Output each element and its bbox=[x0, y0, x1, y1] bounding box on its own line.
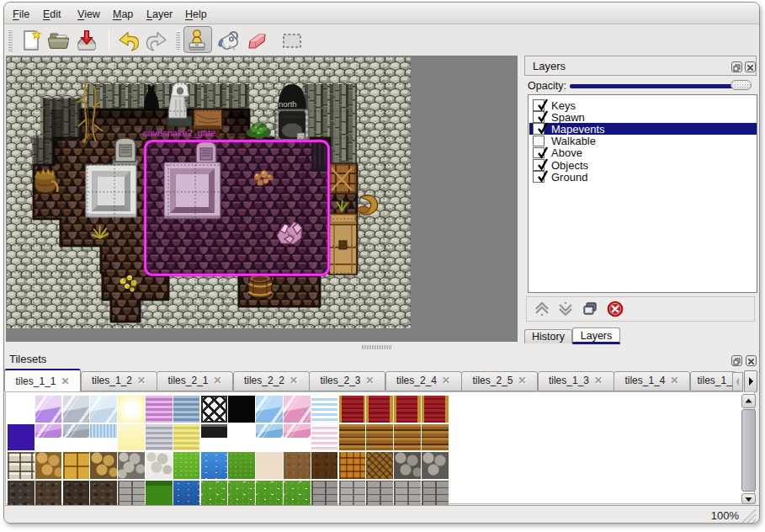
svg-text:cavesnake2_gate: cavesnake2_gate bbox=[143, 128, 215, 138]
svg-text:north: north bbox=[279, 99, 297, 109]
